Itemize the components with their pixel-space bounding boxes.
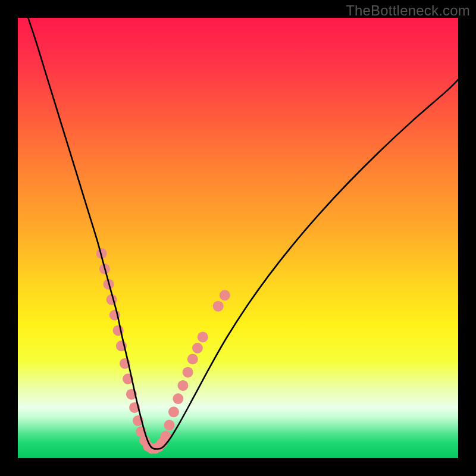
chart-frame: TheBottleneck.com	[0, 0, 476, 476]
data-marker	[178, 380, 189, 391]
bottleneck-curve	[27, 18, 458, 449]
data-marker	[198, 332, 208, 343]
marker-layer	[96, 248, 230, 454]
data-marker	[220, 290, 230, 300]
data-marker	[187, 354, 198, 365]
data-marker	[164, 420, 175, 431]
data-marker	[168, 406, 179, 417]
watermark-text: TheBottleneck.com	[346, 2, 470, 19]
curve-layer	[18, 18, 458, 458]
data-marker	[183, 367, 193, 378]
data-marker	[213, 301, 224, 312]
data-marker	[192, 343, 203, 353]
plot-area	[18, 18, 458, 458]
data-marker	[173, 393, 183, 404]
